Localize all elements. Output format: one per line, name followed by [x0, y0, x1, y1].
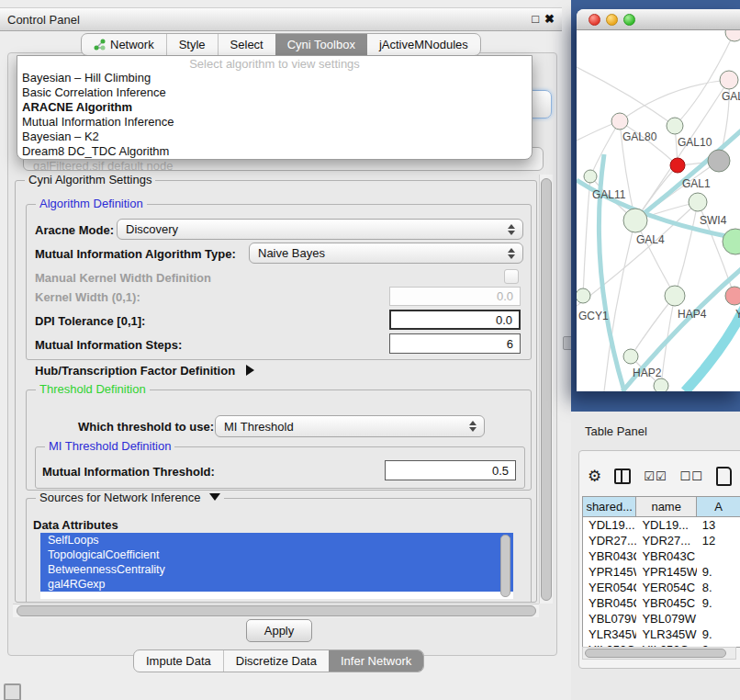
tab-infer-network[interactable]: Infer Network — [329, 650, 423, 672]
algorithm-option[interactable]: ARACNE Algorithm — [17, 100, 532, 115]
network-node-gal80[interactable] — [611, 113, 628, 130]
dpi-tolerance-label: DPI Tolerance [0,1]: — [35, 314, 145, 328]
which-threshold-value: MI Threshold — [224, 420, 294, 434]
control-panel-title: Control Panel — [0, 13, 80, 27]
tab-label: Network — [110, 38, 154, 51]
tab-select[interactable]: Select — [218, 34, 275, 55]
tab-label: Discretize Data — [236, 654, 317, 668]
sources-toggle[interactable]: Sources for Network Inference — [36, 491, 224, 504]
table-cell: YDR27... — [636, 534, 696, 548]
table-row[interactable]: YBL079WYBL079W — [583, 611, 740, 627]
tab-style[interactable]: Style — [166, 34, 218, 55]
attribute-item[interactable]: BetweennessCentrality — [40, 562, 513, 577]
table-cell: YLR345W — [583, 627, 636, 641]
float-panel-icon[interactable]: □ — [532, 13, 539, 26]
aracne-mode-value: Discovery — [126, 222, 178, 236]
checked-boxes-icon[interactable]: ☑☑ — [644, 469, 667, 483]
algorithm-option[interactable]: Bayesian – Hill Climbing — [17, 71, 532, 85]
mi-threshold-value: 0.5 — [492, 464, 509, 478]
column-header[interactable]: A — [697, 497, 740, 516]
network-node-y[interactable] — [725, 287, 740, 305]
table-panel-title: Table Panel — [585, 424, 647, 438]
table-cell: 9. — [697, 596, 740, 610]
table-cell: YBL079W — [636, 612, 696, 626]
table-row[interactable]: YDR27...YDR27...12 — [583, 533, 740, 548]
network-node[interactable] — [654, 378, 668, 391]
manual-kernel-checkbox[interactable] — [504, 269, 519, 284]
kernel-width-value: 0.0 — [497, 289, 513, 303]
network-canvas[interactable]: GALGAL80GAL10GAL1GAL11SWI4GAL4GCY1HAP4YH… — [577, 30, 740, 391]
table-header-row: shared...nameA — [583, 497, 740, 517]
table-row[interactable]: YDL19...YDL19...13 — [583, 517, 740, 533]
table-row[interactable]: YBR045CYBR045C9. — [583, 595, 740, 611]
tab-network[interactable]: Network — [82, 34, 166, 55]
attribute-item[interactable]: gal4RGexp — [40, 577, 513, 592]
table-cell: 13 — [697, 518, 740, 532]
network-node-gal11[interactable] — [584, 170, 597, 183]
table-row[interactable]: YPR145WYPR145W9. — [583, 564, 740, 580]
tab-discretize-data[interactable]: Discretize Data — [223, 650, 329, 672]
network-node-gal4[interactable] — [623, 209, 647, 232]
algorithm-items: Bayesian – Hill ClimbingBasic Correlatio… — [17, 71, 532, 159]
network-window-titlebar[interactable] — [577, 9, 740, 30]
network-node[interactable] — [723, 229, 740, 254]
network-node-hap4[interactable] — [665, 286, 685, 306]
attribute-item[interactable]: TopologicalCoefficient — [40, 548, 513, 562]
unchecked-boxes-icon[interactable]: ☐☐ — [680, 469, 703, 483]
attribute-item[interactable]: SelfLoops — [40, 533, 513, 548]
columns-icon[interactable] — [614, 469, 631, 484]
column-header[interactable]: shared... — [583, 497, 636, 516]
network-node-gal10[interactable] — [667, 118, 683, 134]
algorithm-option[interactable]: Dream8 DC_TDC Algorithm — [17, 144, 532, 159]
zoom-traffic-light[interactable] — [623, 14, 635, 26]
mi-type-combo[interactable]: Naive Bayes — [249, 243, 523, 264]
kernel-width-label: Kernel Width (0,1): — [35, 290, 140, 304]
network-node[interactable] — [725, 30, 740, 41]
network-node[interactable] — [708, 150, 730, 172]
which-threshold-combo[interactable]: MI Threshold — [215, 415, 485, 437]
network-node-gcy1[interactable] — [577, 288, 590, 303]
network-node-gal1[interactable] — [670, 158, 685, 173]
settings-vscroll-thumb[interactable] — [541, 178, 552, 601]
tab-jactivemnodules[interactable]: jActiveMNodules — [367, 34, 480, 55]
hub-definition-toggle[interactable]: Hub/Transcription Factor Definition — [35, 364, 254, 378]
algorithm-option[interactable]: Basic Correlation Inference — [17, 85, 532, 100]
table-row[interactable]: YBR043CYBR043C — [583, 548, 740, 564]
document-icon[interactable] — [716, 467, 732, 486]
algorithm-option[interactable]: Bayesian – K2 — [17, 130, 532, 144]
dpi-tolerance-field[interactable]: 0.0 — [389, 310, 521, 330]
algorithm-placeholder: Select algorithm to view settings — [17, 56, 532, 71]
table-cell: YDL19... — [583, 518, 636, 532]
tab-cyni-toolbox[interactable]: Cyni Toolbox — [275, 34, 367, 55]
background-combo-value: galFiltered.sif default node — [33, 159, 173, 171]
attributes-scrollbar[interactable] — [500, 535, 510, 597]
data-attributes-list: SelfLoopsTopologicalCoefficientBetweenne… — [40, 533, 513, 599]
corner-grip[interactable] — [4, 683, 21, 700]
minimize-traffic-light[interactable] — [606, 14, 618, 26]
algorithm-option[interactable]: Mutual Information Inference — [17, 115, 532, 130]
tab-impute-data[interactable]: Impute Data — [134, 650, 223, 672]
table-row[interactable]: YLR345WYLR345W9. — [583, 627, 740, 642]
network-node-gal[interactable] — [720, 71, 738, 89]
apply-button[interactable]: Apply — [246, 619, 312, 642]
manual-kernel-label: Manual Kernel Width Definition — [35, 271, 211, 285]
close-panel-icon[interactable]: ✖ — [544, 13, 555, 26]
network-node-hap2[interactable] — [623, 349, 638, 364]
table-cell: 8. — [697, 581, 740, 594]
mi-threshold-field[interactable]: 0.5 — [385, 460, 516, 480]
table-cell: YPR145W — [583, 565, 636, 579]
table-hscroll-thumb[interactable] — [585, 649, 726, 658]
tab-label: Select — [230, 38, 263, 51]
node-label: GAL — [722, 90, 740, 103]
table-row[interactable]: YER054CYER054C8. — [583, 580, 740, 595]
column-header[interactable]: name — [636, 497, 697, 516]
network-node-swi4[interactable] — [689, 193, 707, 211]
network-edge — [590, 121, 620, 176]
close-traffic-light[interactable] — [589, 14, 600, 26]
mi-steps-field[interactable]: 6 — [389, 333, 521, 354]
tab-label: Cyni Toolbox — [287, 38, 355, 51]
settings-hscroll-thumb[interactable] — [17, 605, 536, 616]
table-cell: YLR345W — [636, 627, 696, 641]
aracne-mode-combo[interactable]: Discovery — [117, 219, 523, 240]
gear-icon[interactable]: ⚙ — [588, 469, 601, 484]
